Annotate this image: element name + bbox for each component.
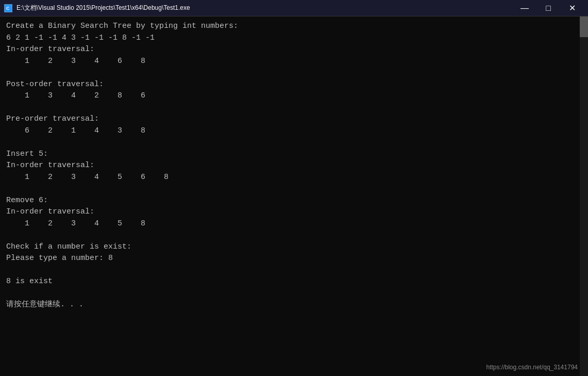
console-line: Post-order traversal: — [6, 79, 582, 91]
console-line: 1 3 4 2 8 6 — [6, 90, 582, 102]
console-line: 1 2 3 4 6 8 — [6, 56, 582, 68]
console-line: Check if a number is exist: — [6, 241, 582, 253]
window-controls: — □ ✕ — [513, 0, 584, 17]
window-title: E:\文档\Visual Studio 2015\Projects\Test1\… — [16, 4, 190, 12]
console-line: Insert 5: — [6, 149, 582, 160]
console-line: 1 2 3 4 5 6 8 — [6, 172, 582, 184]
console-line: In-order traversal: — [6, 206, 582, 218]
scrollbar-thumb[interactable] — [580, 17, 588, 37]
console-line — [6, 230, 582, 241]
console-line — [6, 102, 582, 114]
scrollbar[interactable] — [580, 17, 588, 376]
app-icon: C — [4, 4, 12, 12]
console-line: Please type a number: 8 — [6, 253, 582, 265]
console-line: 6 2 1 -1 -1 4 3 -1 -1 -1 8 -1 -1 — [6, 32, 582, 44]
console-line: Pre-order traversal: — [6, 113, 582, 125]
console-line: 8 is exist — [6, 276, 582, 288]
watermark: https://blog.csdn.net/qq_3141794 — [486, 363, 578, 372]
svg-text:C: C — [6, 6, 10, 11]
console-line: Create a Binary Search Tree by typing in… — [6, 21, 582, 32]
maximize-button[interactable]: □ — [536, 0, 560, 17]
console-output: Create a Binary Search Tree by typing in… — [0, 17, 588, 376]
console-line — [6, 67, 582, 79]
console-line — [6, 288, 582, 300]
close-button[interactable]: ✕ — [560, 0, 584, 17]
title-bar: C E:\文档\Visual Studio 2015\Projects\Test… — [0, 0, 588, 17]
console-line: 1 2 3 4 5 8 — [6, 218, 582, 230]
console-line: 6 2 1 4 3 8 — [6, 125, 582, 137]
console-line: 请按任意键继续. . . — [6, 299, 582, 311]
console-line — [6, 183, 582, 195]
minimize-button[interactable]: — — [513, 0, 536, 17]
console-line: Remove 6: — [6, 195, 582, 207]
title-bar-left: C E:\文档\Visual Studio 2015\Projects\Test… — [4, 4, 190, 12]
console-line: In-order traversal: — [6, 44, 582, 56]
console-lines: Create a Binary Search Tree by typing in… — [6, 21, 582, 311]
console-line — [6, 265, 582, 276]
console-line: In-order traversal: — [6, 160, 582, 172]
console-line — [6, 137, 582, 149]
